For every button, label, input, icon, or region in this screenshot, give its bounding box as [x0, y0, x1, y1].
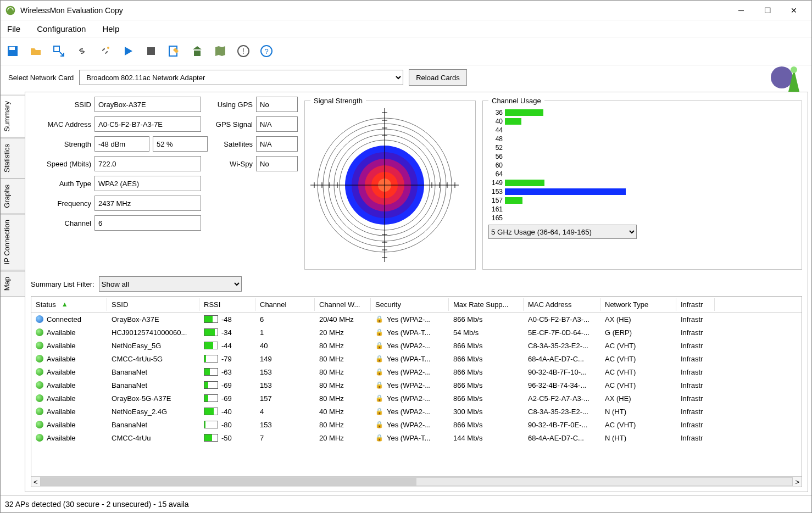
status-dot-icon [36, 381, 43, 389]
usage-row: 36 [488, 108, 796, 117]
table-row[interactable]: AvailableBananaNet-6315380 MHz🔒Yes (WPA2… [31, 365, 802, 378]
rssi-bar-icon [204, 408, 218, 415]
speed-field: 722.0 [94, 156, 201, 171]
cell-infra: Infrastr [676, 420, 715, 430]
cell-security: Yes (WPA2-... [387, 408, 431, 416]
network-card-select[interactable]: Broadcom 802.11ac Network Adapter [79, 70, 403, 85]
tab-graphs[interactable]: Graphs [1, 179, 25, 214]
scroll-left-icon[interactable]: < [34, 478, 38, 486]
status-dot-icon [36, 315, 43, 323]
freq-label: Frequency [31, 199, 91, 208]
col-rssi: RSSI [199, 298, 255, 311]
cell-ssid: CMCC-4rUu [107, 433, 199, 443]
network-card-row: Select Network Card Broadcom 802.11ac Ne… [1, 65, 811, 90]
cell-infra: Infrastr [676, 341, 715, 351]
gauge-legend: Signal Strength [310, 97, 366, 105]
app-logo-icon [771, 63, 804, 92]
usage-row: 165 [488, 214, 796, 222]
usage-ch-label: 40 [488, 118, 503, 125]
table-row[interactable]: AvailableCMCC-4rUu-5G-7914980 MHz🔒Yes (W… [31, 352, 802, 365]
table-header[interactable]: Status▲ SSID RSSI Channel Channel W... S… [31, 297, 802, 313]
menu-configuration[interactable]: Configuration [37, 24, 86, 34]
scroll-right-icon[interactable]: > [795, 478, 799, 486]
cell-infra: Infrastr [676, 327, 715, 338]
play-icon[interactable] [120, 43, 136, 59]
status-dot-icon [36, 342, 43, 349]
status-text: Available [47, 434, 76, 442]
tab-ip-connection[interactable]: IP Connection [1, 214, 25, 270]
usage-row: 40 [488, 117, 796, 126]
status-text: Available [47, 381, 76, 389]
table-row[interactable]: AvailableBananaNet-6915380 MHz🔒Yes (WPA2… [31, 378, 802, 392]
usage-band-select[interactable]: 5 GHz Usage (36-64, 149-165) [488, 225, 637, 239]
reload-cards-button[interactable]: Reload Cards [409, 69, 467, 86]
cell-mac: 96-32-4B-74-34-... [524, 380, 600, 391]
cell-mac: C8-3A-35-23-E2-... [524, 406, 600, 417]
stop-icon[interactable] [143, 43, 159, 59]
usage-ch-label: 52 [488, 144, 503, 152]
ap-table: Status▲ SSID RSSI Channel Channel W... S… [31, 296, 802, 487]
status-dot-icon [36, 394, 43, 402]
maximize-button[interactable]: ☐ [754, 2, 781, 19]
resize-icon[interactable] [51, 43, 66, 59]
save-icon[interactable] [5, 43, 20, 59]
rssi-bar-icon [204, 355, 218, 363]
cell-infra: Infrastr [676, 433, 715, 443]
cell-ssid: OrayBox-5G-A37E [107, 393, 199, 404]
cell-ssid: CMCC-4rUu-5G [107, 354, 199, 364]
info-icon[interactable]: ! [236, 43, 251, 59]
table-row[interactable]: AvailableHCJ90125741000060...-34120 MHz🔒… [31, 326, 802, 339]
menu-file[interactable]: File [7, 24, 20, 34]
cell-network-type: AC (VHT) [600, 341, 676, 351]
lock-icon: 🔒 [375, 381, 383, 389]
edit-icon[interactable] [166, 43, 182, 59]
cell-mac: A2-C5-F2-A7-A3-... [524, 393, 600, 404]
status-dot-icon [36, 421, 43, 428]
cell-network-type: N (HT) [600, 406, 676, 417]
tab-summary[interactable]: Summary [1, 95, 25, 138]
satellites-label: Satellites [214, 140, 253, 148]
table-row[interactable]: AvailableBananaNet-8015380 MHz🔒Yes (WPA2… [31, 418, 802, 431]
gps-signal-label: GPS Signal [214, 120, 253, 129]
table-row[interactable]: AvailableNetNoEasy_5G-444080 MHz🔒Yes (WP… [31, 339, 802, 352]
usage-ch-label: 64 [488, 170, 503, 178]
cell-mac: 90-32-4B-7F-10-... [524, 367, 600, 377]
scan-icon[interactable] [190, 43, 205, 59]
cell-channel-width: 20 MHz [315, 327, 371, 338]
gps-label: Using GPS [214, 101, 253, 109]
close-button[interactable]: ✕ [781, 2, 807, 19]
col-infrastructure: Infrastr [676, 298, 715, 311]
cell-rate: 300 Mb/s [449, 406, 524, 417]
open-icon[interactable] [28, 43, 43, 59]
svg-rect-5 [147, 47, 155, 55]
status-text: Available [47, 394, 76, 403]
col-channel-width: Channel W... [315, 298, 371, 311]
map-icon[interactable] [213, 43, 228, 59]
tab-map[interactable]: Map [1, 271, 25, 297]
table-row[interactable]: ConnectedOrayBox-A37E-48620/40 MHz🔒Yes (… [31, 313, 802, 326]
table-row[interactable]: AvailableCMCC-4rUu-50720 MHz🔒Yes (WPA-T.… [31, 431, 802, 444]
tab-statistics[interactable]: Statistics [1, 138, 25, 179]
cell-network-type: AC (VHT) [600, 367, 676, 377]
usage-row: 44 [488, 126, 796, 135]
cell-mac: 68-4A-AE-D7-C... [524, 354, 600, 364]
link-icon[interactable] [74, 43, 90, 59]
table-row[interactable]: AvailableNetNoEasy_2.4G-40440 MHz🔒Yes (W… [31, 405, 802, 418]
horizontal-scrollbar[interactable]: < > [31, 476, 802, 487]
table-body[interactable]: ConnectedOrayBox-A37E-48620/40 MHz🔒Yes (… [31, 313, 802, 476]
table-row[interactable]: AvailableOrayBox-5G-A37E-6915780 MHz🔒Yes… [31, 392, 802, 405]
cell-mac: A0-C5-F2-B7-A3-... [524, 314, 600, 325]
col-mac: MAC Address [524, 298, 600, 311]
filter-select[interactable]: Show all [99, 276, 242, 292]
usage-row: 56 [488, 152, 796, 161]
cell-channel-width: 40 MHz [315, 406, 371, 417]
unlink-icon[interactable] [97, 43, 113, 59]
cell-infra: Infrastr [676, 393, 715, 404]
svg-text:!: ! [242, 47, 244, 55]
globe-help-icon[interactable]: ? [259, 43, 274, 59]
cell-security: Yes (WPA-T... [387, 434, 430, 442]
usage-bar [505, 118, 521, 125]
menu-help[interactable]: Help [102, 24, 119, 34]
usage-ch-label: 60 [488, 161, 503, 169]
minimize-button[interactable]: ─ [728, 2, 754, 19]
